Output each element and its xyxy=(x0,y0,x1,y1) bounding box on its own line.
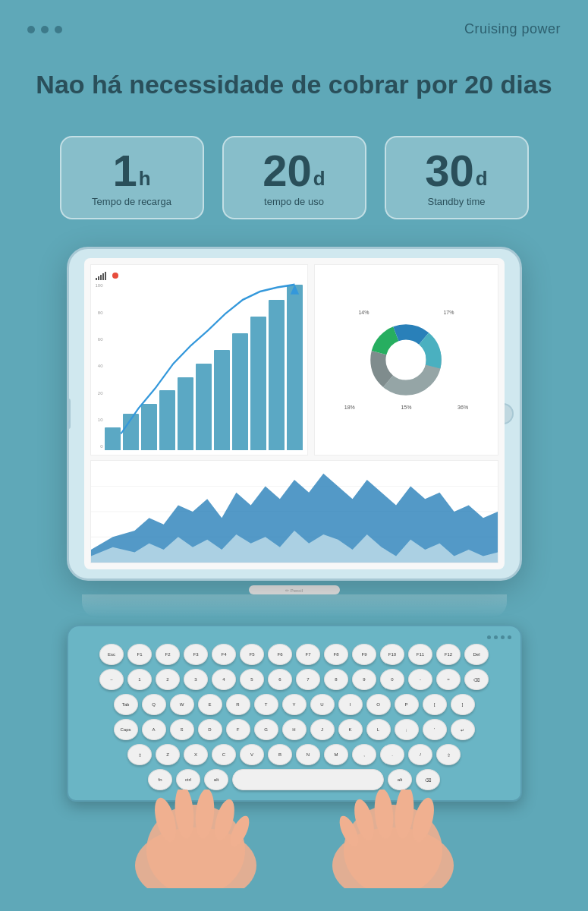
cruising-power-label: Cruising power xyxy=(464,21,561,37)
key-delete[interactable]: Del xyxy=(464,644,489,665)
key-2[interactable]: 2 xyxy=(156,669,180,690)
key-p[interactable]: P xyxy=(395,694,419,715)
key-alt-right[interactable]: alt xyxy=(388,769,412,790)
key-f4[interactable]: F4 xyxy=(212,644,236,665)
key-u[interactable]: U xyxy=(310,694,335,715)
key-f12[interactable]: F12 xyxy=(436,644,461,665)
pencil-bar: ✏ Pencil xyxy=(249,585,340,594)
keyboard-section: Esc F1 F2 F3 F4 F5 F6 F7 F8 F9 F10 F11 F… xyxy=(0,625,588,802)
key-f9[interactable]: F9 xyxy=(352,644,376,665)
key-4[interactable]: 4 xyxy=(212,669,236,690)
key-slash[interactable]: / xyxy=(408,744,432,765)
key-t[interactable]: T xyxy=(254,694,278,715)
keyboard-row-asdf: Caps A S D F G H J K L ; ' ↵ xyxy=(77,719,511,740)
bar-chart-header xyxy=(96,271,303,280)
right-hand-svg xyxy=(317,790,469,888)
key-caps[interactable]: Caps xyxy=(114,719,138,740)
key-f7[interactable]: F7 xyxy=(296,644,320,665)
key-e[interactable]: E xyxy=(198,694,222,715)
key-f10[interactable]: F10 xyxy=(380,644,404,665)
svg-point-12 xyxy=(150,796,180,844)
key-f1[interactable]: F1 xyxy=(127,644,152,665)
key-semicolon[interactable]: ; xyxy=(395,719,419,740)
signal-icon xyxy=(96,271,106,280)
key-n[interactable]: N xyxy=(296,744,320,765)
tablet-section: 100 80 60 40 20 10 0 xyxy=(0,247,588,617)
key-v[interactable]: V xyxy=(240,744,264,765)
key-enter[interactable]: ↵ xyxy=(451,719,475,740)
key-f8[interactable]: F8 xyxy=(324,644,348,665)
donut-label-36: 36% xyxy=(458,405,468,410)
key-0[interactable]: 0 xyxy=(380,669,404,690)
donut-label-18: 18% xyxy=(344,405,355,410)
screen-content: 100 80 60 40 20 10 0 xyxy=(84,258,505,569)
key-b[interactable]: B xyxy=(268,744,292,765)
key-space[interactable] xyxy=(232,769,384,790)
key-f11[interactable]: F11 xyxy=(408,644,432,665)
key-f[interactable]: F xyxy=(226,719,250,740)
key-minus[interactable]: - xyxy=(408,669,432,690)
stat-box-2: 20d tempo de uso xyxy=(222,136,366,219)
key-o[interactable]: O xyxy=(366,694,391,715)
key-period[interactable]: . xyxy=(380,744,404,765)
key-tilde[interactable]: ~ xyxy=(99,669,124,690)
keyboard-row-qwerty: Tab Q W E R T Y U I O P [ ] xyxy=(77,694,511,715)
key-a[interactable]: A xyxy=(142,719,166,740)
key-equals[interactable]: = xyxy=(436,669,461,690)
key-j[interactable]: J xyxy=(310,719,335,740)
key-lbracket[interactable]: [ xyxy=(423,694,447,715)
key-rbracket[interactable]: ] xyxy=(451,694,475,715)
key-w[interactable]: W xyxy=(170,694,194,715)
key-1[interactable]: 1 xyxy=(127,669,152,690)
svg-point-17 xyxy=(332,827,454,888)
donut-chart-area: 14% 17% xyxy=(314,264,498,456)
keyboard-row-zxcv: ⇧ Z X C V B N M , . / ⇧ xyxy=(77,744,511,765)
key-alt[interactable]: alt xyxy=(204,769,228,790)
key-6[interactable]: 6 xyxy=(268,669,292,690)
key-f2[interactable]: F2 xyxy=(156,644,180,665)
key-f6[interactable]: F6 xyxy=(268,644,292,665)
stats-row: 1h Tempo de recarga 20d tempo de uso 30d… xyxy=(23,136,565,219)
key-esc[interactable]: Esc xyxy=(99,644,124,665)
key-3[interactable]: 3 xyxy=(184,669,208,690)
key-q[interactable]: Q xyxy=(142,694,166,715)
key-i[interactable]: I xyxy=(338,694,363,715)
keyboard-dot-3 xyxy=(501,635,505,639)
key-shift-right[interactable]: ⇧ xyxy=(436,744,461,765)
key-c[interactable]: C xyxy=(212,744,236,765)
key-fn[interactable]: fn xyxy=(148,769,172,790)
key-l[interactable]: L xyxy=(366,719,391,740)
key-comma[interactable]: , xyxy=(352,744,376,765)
stat-number-2: 20d xyxy=(263,149,325,193)
donut-label-15: 15% xyxy=(401,405,411,410)
key-h[interactable]: H xyxy=(282,719,307,740)
key-y[interactable]: Y xyxy=(282,694,307,715)
dot-1 xyxy=(27,26,35,33)
key-z[interactable]: Z xyxy=(156,744,180,765)
key-f3[interactable]: F3 xyxy=(184,644,208,665)
key-quote[interactable]: ' xyxy=(423,719,447,740)
key-backspace[interactable]: ⌫ xyxy=(464,669,489,690)
tablet-device: 100 80 60 40 20 10 0 xyxy=(67,247,522,581)
stat-box-3: 30d Standby time xyxy=(385,136,529,219)
tablet-screen: 100 80 60 40 20 10 0 xyxy=(84,258,505,569)
key-x[interactable]: X xyxy=(184,744,208,765)
svg-point-15 xyxy=(211,797,238,843)
key-s[interactable]: S xyxy=(170,719,194,740)
key-r[interactable]: R xyxy=(226,694,250,715)
key-g[interactable]: G xyxy=(254,719,278,740)
key-5[interactable]: 5 xyxy=(240,669,264,690)
key-f5[interactable]: F5 xyxy=(240,644,264,665)
key-d[interactable]: D xyxy=(198,719,222,740)
key-backspace-2[interactable]: ⌫ xyxy=(416,769,440,790)
chart-status-dot xyxy=(112,273,118,279)
key-shift-left[interactable]: ⇧ xyxy=(127,744,152,765)
key-7[interactable]: 7 xyxy=(296,669,320,690)
main-headline: Nao há necessidade de cobrar por 20 dias xyxy=(0,45,588,109)
key-tab[interactable]: Tab xyxy=(114,694,138,715)
key-8[interactable]: 8 xyxy=(324,669,348,690)
key-9[interactable]: 9 xyxy=(352,669,376,690)
key-k[interactable]: K xyxy=(338,719,363,740)
key-m[interactable]: M xyxy=(324,744,348,765)
key-ctrl[interactable]: ctrl xyxy=(176,769,200,790)
